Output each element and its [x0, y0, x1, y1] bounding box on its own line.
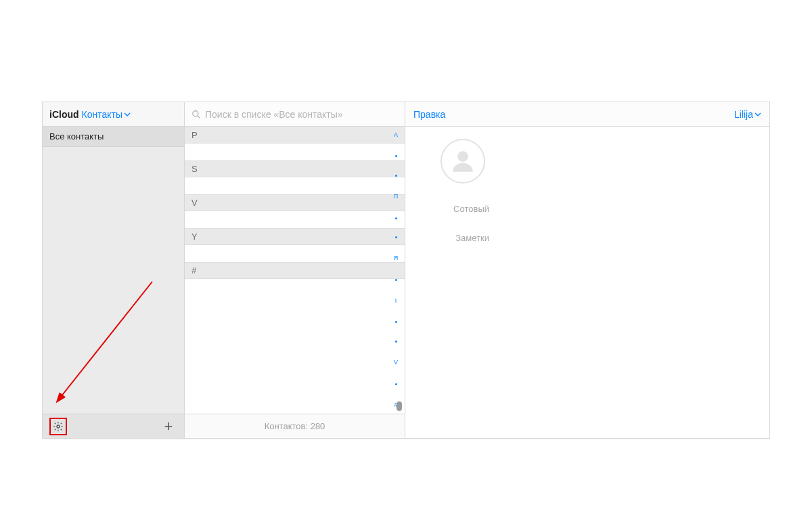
- contact-row[interactable]: [185, 144, 405, 160]
- phone-field: Сотовый: [426, 204, 749, 214]
- add-contact-button[interactable]: +: [160, 418, 177, 435]
- sidebar: iCloud Контакты Все контакты: [43, 102, 185, 438]
- section-header: #: [185, 262, 405, 279]
- search-bar[interactable]: [185, 102, 405, 127]
- section-dropdown[interactable]: Контакты: [82, 109, 131, 120]
- sidebar-body: [43, 147, 184, 414]
- contact-row[interactable]: [185, 177, 405, 194]
- svg-line-0: [61, 282, 152, 397]
- search-icon: [191, 110, 201, 119]
- plus-icon: +: [164, 418, 173, 435]
- contact-row[interactable]: [185, 211, 405, 228]
- index-letter[interactable]: I: [395, 298, 397, 304]
- svg-line-3: [198, 115, 200, 118]
- detail-header: Правка Lilija: [405, 102, 769, 127]
- user-menu[interactable]: Lilija: [734, 109, 761, 120]
- contact-count-footer: Контактов: 280: [185, 414, 405, 438]
- contact-row[interactable]: [185, 313, 405, 330]
- contacts-window: iCloud Контакты Все контакты: [42, 102, 770, 439]
- contact-count: Контактов: 280: [265, 421, 325, 431]
- sidebar-footer: +: [43, 414, 184, 438]
- index-letter[interactable]: Я: [394, 255, 399, 261]
- avatar: [441, 139, 485, 183]
- edit-button[interactable]: Правка: [413, 109, 445, 120]
- settings-button[interactable]: [49, 418, 67, 435]
- svg-point-1: [57, 425, 60, 428]
- index-dot[interactable]: [395, 155, 397, 157]
- brand-label: iCloud: [49, 109, 79, 120]
- svg-point-2: [193, 110, 198, 116]
- index-dot[interactable]: [395, 279, 397, 281]
- section-header: P: [185, 127, 405, 144]
- avatar-row: [426, 139, 749, 183]
- chevron-down-icon: [124, 111, 131, 118]
- phone-label: Сотовый: [426, 204, 500, 214]
- notes-label: Заметки: [426, 233, 500, 243]
- index-dot[interactable]: [395, 321, 397, 323]
- sidebar-header: iCloud Контакты: [43, 102, 184, 127]
- section-header: S: [185, 160, 405, 177]
- scroll-indicator[interactable]: [397, 401, 402, 411]
- chevron-down-icon: [754, 111, 761, 118]
- section-header: Y: [185, 228, 405, 245]
- person-icon: [449, 147, 477, 175]
- contact-row[interactable]: [185, 245, 405, 262]
- index-dot[interactable]: [395, 236, 397, 238]
- index-dot[interactable]: [395, 217, 397, 219]
- contact-list-column: PSVY# Контактов: 280 АПЯIV#: [185, 102, 405, 438]
- index-dot[interactable]: [395, 341, 397, 343]
- detail-body: Сотовый Заметки: [405, 127, 769, 438]
- section-header: V: [185, 194, 405, 211]
- index-letter[interactable]: А: [394, 132, 398, 138]
- gear-icon: [53, 421, 64, 432]
- index-dot[interactable]: [395, 175, 397, 177]
- contact-list[interactable]: PSVY#: [185, 127, 405, 414]
- svg-point-4: [457, 151, 468, 162]
- index-letter[interactable]: П: [394, 194, 398, 200]
- arrow-annotation: [51, 271, 166, 407]
- alpha-index-strip[interactable]: АПЯIV#: [391, 129, 401, 411]
- contact-row[interactable]: [185, 279, 405, 296]
- user-name: Lilija: [734, 109, 753, 120]
- contact-row[interactable]: [185, 296, 405, 313]
- notes-field: Заметки: [426, 233, 749, 243]
- search-input[interactable]: [205, 109, 398, 120]
- sidebar-group-all[interactable]: Все контакты: [43, 127, 184, 147]
- group-all-label: Все контакты: [49, 131, 104, 141]
- contact-detail-pane: Правка Lilija Сотовый Заметки: [405, 102, 769, 438]
- index-dot[interactable]: [395, 383, 397, 385]
- section-label: Контакты: [82, 109, 122, 120]
- index-letter[interactable]: V: [394, 359, 398, 366]
